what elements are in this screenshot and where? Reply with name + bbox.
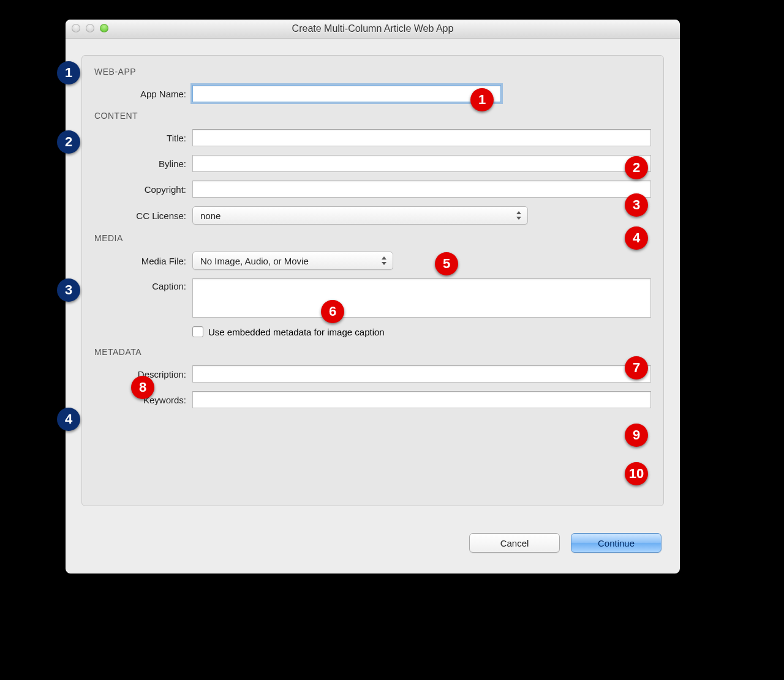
annotation-red-5: 5 bbox=[435, 252, 458, 275]
caption-label: Caption: bbox=[94, 278, 192, 291]
title-label: Title: bbox=[94, 133, 192, 143]
titlebar: Create Multi-Column Article Web App bbox=[66, 20, 680, 39]
window-controls bbox=[72, 24, 108, 32]
annotation-red-10: 10 bbox=[625, 462, 648, 485]
app-name-label: App Name: bbox=[94, 89, 192, 99]
annotation-red-8: 8 bbox=[131, 376, 154, 399]
use-embedded-metadata-checkbox[interactable] bbox=[192, 326, 203, 337]
cc-license-select[interactable]: none bbox=[192, 206, 528, 225]
form-panel: WEB-APP App Name: CONTENT Title: Byline:… bbox=[81, 55, 664, 506]
continue-button[interactable]: Continue bbox=[571, 533, 662, 553]
annotation-red-7: 7 bbox=[625, 356, 648, 379]
annotation-red-1: 1 bbox=[470, 88, 494, 111]
use-embedded-metadata-label: Use embedded metadata for image caption bbox=[208, 327, 385, 337]
annotation-red-9: 9 bbox=[625, 424, 648, 447]
cancel-button[interactable]: Cancel bbox=[469, 533, 560, 553]
media-file-select[interactable]: No Image, Audio, or Movie bbox=[192, 252, 393, 270]
app-name-input[interactable] bbox=[192, 85, 501, 102]
annotation-red-3: 3 bbox=[625, 193, 648, 217]
media-file-label: Media File: bbox=[94, 256, 192, 266]
annotation-red-2: 2 bbox=[625, 156, 648, 179]
byline-input[interactable] bbox=[192, 155, 651, 172]
annotation-blue-4: 4 bbox=[57, 408, 80, 431]
cc-license-value: none bbox=[200, 211, 221, 221]
title-input[interactable] bbox=[192, 129, 651, 146]
keywords-input[interactable] bbox=[192, 391, 651, 408]
cc-license-label: CC License: bbox=[94, 211, 192, 221]
annotation-blue-2: 2 bbox=[57, 130, 80, 154]
copyright-label: Copyright: bbox=[94, 184, 192, 195]
zoom-window-button[interactable] bbox=[100, 24, 108, 32]
close-window-button[interactable] bbox=[72, 24, 80, 32]
annotation-blue-1: 1 bbox=[57, 61, 80, 84]
media-file-value: No Image, Audio, or Movie bbox=[200, 256, 309, 266]
dialog-footer: Cancel Continue bbox=[469, 533, 662, 553]
caption-textarea[interactable] bbox=[192, 278, 651, 318]
annotation-red-6: 6 bbox=[321, 300, 344, 323]
section-heading-webapp: WEB-APP bbox=[94, 67, 651, 77]
description-input[interactable] bbox=[192, 365, 651, 383]
chevron-updown-icon bbox=[382, 256, 388, 265]
minimize-window-button[interactable] bbox=[86, 24, 94, 32]
annotation-blue-3: 3 bbox=[57, 278, 80, 302]
section-heading-media: MEDIA bbox=[94, 233, 651, 243]
section-heading-metadata: METADATA bbox=[94, 347, 651, 357]
window-title: Create Multi-Column Article Web App bbox=[66, 23, 680, 34]
byline-label: Byline: bbox=[94, 159, 192, 169]
section-heading-content: CONTENT bbox=[94, 111, 651, 121]
chevron-updown-icon bbox=[516, 211, 522, 220]
dialog-window: Create Multi-Column Article Web App WEB-… bbox=[66, 20, 680, 574]
annotation-red-4: 4 bbox=[625, 226, 648, 250]
copyright-input[interactable] bbox=[192, 181, 651, 198]
